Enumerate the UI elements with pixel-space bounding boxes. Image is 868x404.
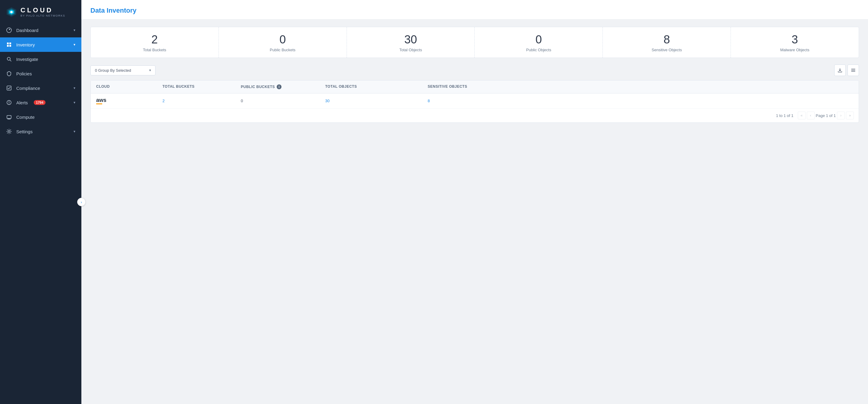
stat-malware-objects: 3 Malware Objects — [731, 27, 859, 58]
group-by-dropdown[interactable]: 0 Group By Selected ▾ — [90, 65, 156, 75]
svg-rect-15 — [7, 116, 11, 119]
sidebar-item-settings[interactable]: Settings ▾ — [0, 124, 82, 139]
sidebar-item-compliance[interactable]: Compliance ▾ — [0, 81, 82, 95]
group-by-label: 0 Group By Selected — [95, 68, 131, 73]
public-objects-label: Public Objects — [478, 48, 599, 52]
table-row: aws 2 0 30 8 — [91, 93, 859, 108]
chevron-down-icon: ▾ — [73, 100, 75, 104]
svg-rect-8 — [9, 45, 11, 47]
alerts-icon — [6, 99, 12, 105]
sidebar-item-investigate-label: Investigate — [16, 57, 38, 62]
sidebar-item-compute-label: Compute — [16, 115, 35, 120]
prev-page-button[interactable]: ‹ — [807, 112, 815, 119]
sidebar-item-policies[interactable]: Policies — [0, 66, 82, 81]
logo-cloud-label: CLOUD — [21, 7, 65, 13]
toolbar-actions — [834, 64, 859, 76]
pagination-controls: « ‹ Page 1 of 1 › » — [798, 112, 854, 119]
stat-public-objects: 0 Public Objects — [475, 27, 603, 58]
settings-icon — [6, 128, 12, 134]
aws-text: aws — [96, 97, 106, 103]
sensitive-objects-label: Sensitive Objects — [606, 48, 727, 52]
chevron-down-icon: ▾ — [73, 129, 75, 133]
sidebar-item-alerts[interactable]: Alerts 1794 ▾ — [0, 95, 82, 110]
sidebar-item-policies-label: Policies — [16, 71, 32, 76]
table-toolbar: 0 Group By Selected ▾ — [90, 64, 859, 76]
logo-area: CLOUD BY PALO ALTO NETWORKS — [0, 0, 82, 23]
cell-total-objects: 30 — [320, 95, 422, 107]
svg-point-19 — [8, 130, 10, 132]
main-content-area: Data Inventory 2 Total Buckets 0 Public … — [82, 0, 868, 404]
inventory-icon — [6, 41, 12, 48]
sensitive-objects-link[interactable]: 8 — [428, 99, 430, 103]
alerts-badge: 1794 — [34, 100, 45, 105]
pagination: 1 to 1 of 1 « ‹ Page 1 of 1 › » — [91, 108, 859, 122]
stat-public-buckets: 0 Public Buckets — [219, 27, 347, 58]
total-buckets-label: Total Buckets — [94, 48, 216, 52]
sidebar-item-compliance-label: Compliance — [16, 86, 40, 91]
total-objects-number: 30 — [350, 34, 472, 45]
last-page-button[interactable]: » — [846, 112, 854, 119]
public-buckets-info-icon[interactable]: i — [277, 85, 281, 89]
investigate-icon — [6, 56, 12, 62]
svg-line-10 — [10, 60, 11, 61]
sidebar-nav: Dashboard ▾ Inventory ▾ Investigate Poli… — [0, 23, 82, 404]
sidebar: CLOUD BY PALO ALTO NETWORKS Dashboard ▾ … — [0, 0, 82, 404]
page-title: Data Inventory — [90, 7, 859, 14]
cell-total-buckets: 2 — [157, 95, 236, 107]
svg-rect-6 — [9, 42, 11, 44]
policies-icon — [6, 70, 12, 76]
stats-bar: 2 Total Buckets 0 Public Buckets 30 Tota… — [90, 27, 859, 58]
svg-point-14 — [9, 103, 9, 104]
next-page-button[interactable]: › — [837, 112, 845, 119]
logo-text: CLOUD BY PALO ALTO NETWORKS — [21, 7, 65, 17]
stat-sensitive-objects: 8 Sensitive Objects — [603, 27, 731, 58]
column-header-total-buckets: TOTAL BUCKETS — [157, 81, 236, 93]
chevron-down-icon: ▾ — [149, 68, 151, 72]
total-objects-label: Total Objects — [350, 48, 472, 52]
download-button[interactable] — [834, 64, 846, 76]
aws-underline — [96, 103, 106, 104]
malware-objects-number: 3 — [734, 34, 856, 45]
columns-button[interactable] — [847, 64, 859, 76]
column-header-cloud: CLOUD — [91, 81, 157, 93]
data-table: CLOUD TOTAL BUCKETS PUBLIC BUCKETS i TOT… — [90, 80, 859, 123]
total-buckets-number: 2 — [94, 34, 216, 45]
stat-total-objects: 30 Total Objects — [347, 27, 475, 58]
malware-objects-label: Malware Objects — [734, 48, 856, 52]
palo-alto-logo-icon — [6, 7, 17, 18]
column-header-sensitive-objects: SENSITIVE OBJECTS — [422, 81, 859, 93]
page-header: Data Inventory — [82, 0, 868, 20]
first-page-button[interactable]: « — [798, 112, 806, 119]
svg-rect-7 — [7, 45, 9, 47]
sidebar-toggle-button[interactable]: › — [77, 198, 86, 206]
content-body: 2 Total Buckets 0 Public Buckets 30 Tota… — [82, 20, 868, 404]
sidebar-item-inventory-label: Inventory — [16, 42, 35, 47]
compliance-icon — [6, 85, 12, 91]
dashboard-icon — [6, 27, 12, 33]
chevron-down-icon: ▾ — [73, 86, 75, 90]
sidebar-item-compute[interactable]: Compute — [0, 110, 82, 124]
sidebar-item-alerts-label: Alerts — [16, 100, 28, 105]
compute-icon — [6, 114, 12, 120]
public-buckets-label: Public Buckets — [222, 48, 344, 52]
cell-sensitive-objects: 8 — [422, 95, 859, 107]
chevron-down-icon: ▾ — [73, 28, 75, 32]
svg-rect-11 — [7, 86, 11, 90]
sidebar-item-dashboard[interactable]: Dashboard ▾ — [0, 23, 82, 37]
sidebar-item-dashboard-label: Dashboard — [16, 28, 38, 33]
pagination-range: 1 to 1 of 1 — [776, 113, 794, 118]
column-header-total-objects: TOTAL OBJECTS — [320, 81, 422, 93]
sidebar-item-inventory[interactable]: Inventory ▾ — [0, 37, 82, 52]
sidebar-item-investigate[interactable]: Investigate — [0, 52, 82, 66]
sidebar-item-settings-label: Settings — [16, 129, 33, 134]
aws-logo: aws — [96, 97, 152, 104]
public-buckets-number: 0 — [222, 34, 344, 45]
table-header: CLOUD TOTAL BUCKETS PUBLIC BUCKETS i TOT… — [91, 81, 859, 93]
stat-total-buckets: 2 Total Buckets — [91, 27, 219, 58]
sensitive-objects-number: 8 — [606, 34, 727, 45]
chevron-down-icon: ▾ — [73, 42, 75, 47]
total-buckets-link[interactable]: 2 — [162, 99, 164, 103]
column-header-public-buckets: PUBLIC BUCKETS i — [236, 81, 320, 93]
public-objects-number: 0 — [478, 34, 599, 45]
total-objects-link[interactable]: 30 — [325, 99, 330, 103]
